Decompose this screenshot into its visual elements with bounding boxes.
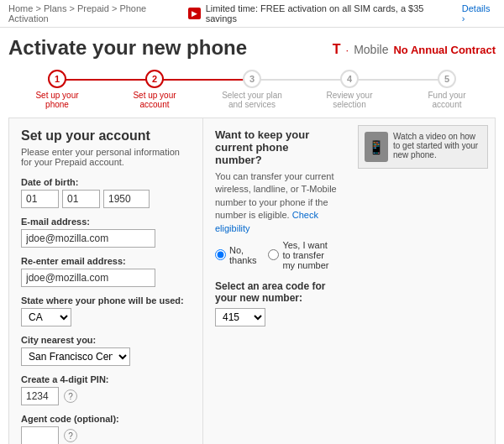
reenter-email-group: Re-enter email address: <box>21 256 191 287</box>
phone-icon: 📱 <box>365 132 388 162</box>
dob-label: Date of birth: <box>21 177 191 187</box>
video-promo-text: Watch a video on how to get started with… <box>393 132 481 159</box>
top-banner: Home > Plans > Prepaid > Phone Activatio… <box>0 0 504 28</box>
page-title: Activate your new phone <box>8 36 247 63</box>
step-1-label: Set up your phone <box>24 91 91 109</box>
pin-group: Create a 4-digit PIN: ? <box>21 374 191 405</box>
step-4-label: Review your selection <box>316 91 383 109</box>
step-4-circle: 4 <box>340 70 359 88</box>
radio-no-label[interactable]: No, thanks <box>215 245 256 265</box>
dob-month-input[interactable] <box>21 190 59 208</box>
dob-group: Date of birth: <box>21 177 191 208</box>
email-group: E-mail address: <box>21 217 191 248</box>
step-4[interactable]: 4 Review your selection <box>301 70 398 109</box>
promo-banner: ▶ Limited time: FREE activation on all S… <box>188 3 496 24</box>
promo-text: Limited time: FREE activation on all SIM… <box>206 3 457 24</box>
tmobile-t: T <box>333 42 341 57</box>
form-section-desc: Please enter your personal information f… <box>21 147 191 167</box>
radio-yes[interactable] <box>268 249 279 260</box>
keep-number-section: Want to keep your current phone number? … <box>215 128 338 270</box>
pin-input[interactable] <box>21 387 59 405</box>
agent-code-group: Agent code (optional): ? <box>21 414 191 444</box>
city-select[interactable]: San Francisco Central San Francisco Nort… <box>21 347 130 366</box>
step-1-circle: 1 <box>48 70 66 88</box>
step-1[interactable]: 1 Set up your phone <box>8 70 106 109</box>
step-2[interactable]: 2 Set up your account <box>106 70 203 109</box>
form-section-title: Set up your account <box>21 128 191 144</box>
agent-code-input[interactable] <box>21 426 59 444</box>
tmobile-dot: · <box>346 44 349 56</box>
area-code-select[interactable]: 415 510 650 <box>215 308 265 326</box>
right-col: Want to keep your current phone number? … <box>202 118 349 444</box>
radio-no[interactable] <box>215 249 226 260</box>
step-2-circle: 2 <box>145 70 164 88</box>
main-content: 📱 Watch a video on how to get started wi… <box>8 118 496 444</box>
breadcrumb: Home > Plans > Prepaid > Phone Activatio… <box>8 3 188 24</box>
page-title-text: Activate your new phone <box>8 36 247 60</box>
no-contract-text: No Annual Contract <box>393 44 496 56</box>
radio-yes-text: Yes, I want to transfer my number <box>282 240 338 270</box>
city-group: City nearest you: San Francisco Central … <box>21 335 191 366</box>
reenter-email-input[interactable] <box>21 269 155 287</box>
tmobile-name: Mobile <box>354 43 388 56</box>
step-5-circle: 5 <box>438 70 456 88</box>
content-columns: Set up your account Please enter your pe… <box>9 118 349 444</box>
radio-yes-label[interactable]: Yes, I want to transfer my number <box>268 240 338 270</box>
area-code-section: Select an area code for your new number:… <box>215 280 338 326</box>
pin-label: Create a 4-digit PIN: <box>21 374 191 384</box>
dob-row <box>21 190 191 208</box>
promo-icon: ▶ <box>188 8 201 19</box>
left-col: Set up your account Please enter your pe… <box>9 118 202 444</box>
video-promo: 📱 Watch a video on how to get started wi… <box>358 125 488 169</box>
dob-year-input[interactable] <box>103 190 150 208</box>
step-5[interactable]: 5 Fund your account <box>398 70 496 109</box>
steps-bar: 1 Set up your phone 2 Set up your accoun… <box>0 63 504 109</box>
details-link[interactable]: Details › <box>462 3 496 24</box>
email-label: E-mail address: <box>21 217 191 227</box>
keep-number-title: Want to keep your current phone number? <box>215 128 338 166</box>
step-2-label: Set up your account <box>121 91 188 109</box>
page-header: Activate your new phone T · Mobile No An… <box>0 28 504 63</box>
city-label: City nearest you: <box>21 335 191 345</box>
step-3-circle: 3 <box>243 70 261 88</box>
dob-day-input[interactable] <box>62 190 100 208</box>
email-input[interactable] <box>21 229 155 248</box>
step-5-label: Fund your account <box>413 91 480 109</box>
pin-row: ? <box>21 387 191 405</box>
agent-code-help-icon[interactable]: ? <box>64 429 77 442</box>
brand-area: T · Mobile No Annual Contract <box>333 42 496 57</box>
reenter-email-label: Re-enter email address: <box>21 256 191 266</box>
state-group: State where your phone will be used: CA … <box>21 295 191 326</box>
keep-number-radio-group: No, thanks Yes, I want to transfer my nu… <box>215 240 338 270</box>
agent-code-row: ? <box>21 426 191 444</box>
state-select[interactable]: CA NY TX <box>21 308 71 326</box>
step-3[interactable]: 3 Select your plan and services <box>203 70 301 109</box>
agent-code-label: Agent code (optional): <box>21 414 191 424</box>
state-label: State where your phone will be used: <box>21 295 191 306</box>
radio-no-text: No, thanks <box>229 245 256 265</box>
pin-help-icon[interactable]: ? <box>64 389 77 403</box>
area-code-title: Select an area code for your new number: <box>215 280 338 304</box>
step-3-label: Select your plan and services <box>218 91 286 109</box>
keep-number-desc: You can transfer your current wireless, … <box>215 170 338 235</box>
